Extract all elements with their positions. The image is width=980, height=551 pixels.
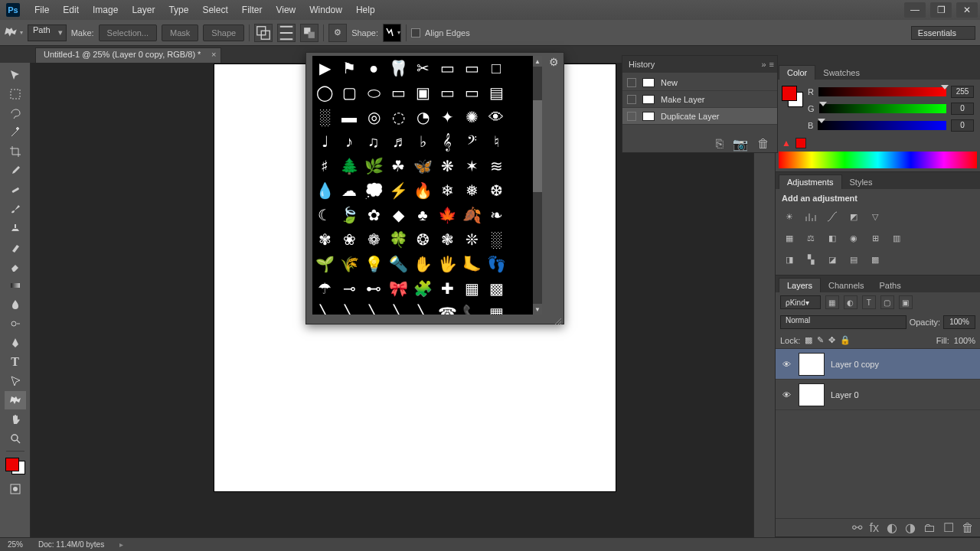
history-item[interactable]: Duplicate Layer xyxy=(622,108,777,125)
shape-thumbnail[interactable]: ◌ xyxy=(386,105,410,129)
shape-thumbnail[interactable]: ❀ xyxy=(337,227,361,252)
shape-thumbnail[interactable]: ⬭ xyxy=(361,80,386,105)
blend-mode-select[interactable]: Normal xyxy=(780,315,906,329)
history-item[interactable]: New xyxy=(622,74,777,91)
shape-thumbnail[interactable]: ✺ xyxy=(459,105,484,129)
shape-thumbnail[interactable]: ▭ xyxy=(435,80,459,105)
shape-thumbnail[interactable]: ☎ xyxy=(435,301,459,315)
filter-smart-icon[interactable]: ▣ xyxy=(899,295,913,309)
layer-row[interactable]: 👁Layer 0 xyxy=(776,380,980,410)
shape-thumbnail[interactable]: 💭 xyxy=(361,178,386,203)
tab-swatches[interactable]: Swatches xyxy=(815,66,867,80)
shape-thumbnail[interactable]: ⊷ xyxy=(361,276,386,301)
color-balance-icon[interactable]: ⚖ xyxy=(803,230,818,246)
path-selection-tool[interactable] xyxy=(5,372,26,390)
snapshot-icon[interactable]: 📷 xyxy=(733,137,748,152)
shape-thumbnail[interactable]: ♮ xyxy=(484,129,508,154)
shape-thumbnail[interactable]: ❂ xyxy=(410,227,435,252)
shape-thumbnail[interactable]: ❃ xyxy=(435,227,459,252)
align-edges-checkbox[interactable] xyxy=(411,28,420,37)
shape-thumbnail[interactable]: 🍀 xyxy=(386,227,410,252)
levels-icon[interactable] xyxy=(803,209,818,224)
shape-thumbnail[interactable]: ▶ xyxy=(312,56,337,80)
dodge-tool[interactable] xyxy=(5,315,26,333)
shape-thumbnail[interactable]: 𝄢 xyxy=(459,129,484,154)
delete-layer-icon[interactable]: 🗑 xyxy=(962,521,974,535)
tab-channels[interactable]: Channels xyxy=(821,279,871,292)
resize-handle-icon[interactable] xyxy=(554,315,562,322)
tab-adjustments[interactable]: Adjustments xyxy=(779,174,842,189)
shape-thumbnail[interactable]: ● xyxy=(361,56,386,80)
shape-thumbnail[interactable]: ▭ xyxy=(386,80,410,105)
shape-thumbnail[interactable]: ♪ xyxy=(337,129,361,154)
selective-color-icon[interactable]: ▩ xyxy=(867,252,883,267)
shape-thumbnail[interactable]: ◎ xyxy=(361,105,386,129)
b-slider[interactable] xyxy=(818,121,946,130)
tab-layers[interactable]: Layers xyxy=(779,278,821,292)
make-mask-button[interactable]: Mask xyxy=(162,24,198,41)
link-layers-icon[interactable]: ⚯ xyxy=(852,520,862,535)
shape-thumbnail[interactable]: ▬ xyxy=(337,105,361,129)
custom-shape-tool-icon[interactable]: ▾ xyxy=(5,24,23,42)
visibility-toggle-icon[interactable]: 👁 xyxy=(780,358,792,370)
hue-sat-icon[interactable]: ▦ xyxy=(782,230,797,246)
shape-thumbnail[interactable]: ❆ xyxy=(484,178,508,203)
shape-mode-select[interactable]: Path▾ xyxy=(28,24,67,41)
eraser-tool[interactable] xyxy=(5,257,26,276)
shape-thumbnail[interactable]: 🌱 xyxy=(312,252,337,276)
shape-thumbnail[interactable]: ≋ xyxy=(484,154,508,178)
shape-thumbnail[interactable]: ░ xyxy=(312,105,337,129)
shape-thumbnail[interactable]: 🦋 xyxy=(410,154,435,178)
menu-window[interactable]: Window xyxy=(302,5,349,15)
shape-thumbnail[interactable]: 🍃 xyxy=(337,203,361,227)
shape-thumbnail[interactable]: 👣 xyxy=(484,252,508,276)
marquee-tool[interactable] xyxy=(5,85,26,103)
shape-thumbnail[interactable]: ❁ xyxy=(361,227,386,252)
shape-thumbnail[interactable]: 👁 xyxy=(484,105,508,129)
shape-thumbnail[interactable]: ▣ xyxy=(410,80,435,105)
new-group-icon[interactable]: 🗀 xyxy=(923,521,936,535)
shape-thumbnail[interactable]: ✋ xyxy=(410,252,435,276)
posterize-icon[interactable]: ▚ xyxy=(803,252,818,267)
shape-thumbnail[interactable]: ❄ xyxy=(435,178,459,203)
opacity-field[interactable]: 100% xyxy=(943,315,975,329)
shape-thumbnail[interactable]: ▦ xyxy=(459,276,484,301)
shape-thumbnail[interactable]: ▭ xyxy=(459,56,484,80)
shape-thumbnail[interactable]: 📞 xyxy=(459,301,484,315)
shape-thumbnail[interactable]: ⚡ xyxy=(386,178,410,203)
zoom-tool[interactable] xyxy=(5,429,26,448)
make-shape-button[interactable]: Shape xyxy=(203,24,244,41)
shape-thumbnail[interactable]: ▦ xyxy=(484,301,508,315)
panel-menu-icon[interactable]: ≡ xyxy=(769,60,774,69)
quick-mask-toggle[interactable] xyxy=(5,480,26,498)
shape-thumbnail[interactable]: ▭ xyxy=(435,56,459,80)
history-item[interactable]: Make Layer xyxy=(622,91,777,108)
g-value[interactable]: 0 xyxy=(951,103,974,115)
menu-select[interactable]: Select xyxy=(195,5,234,15)
shape-thumbnail[interactable]: ╲ xyxy=(337,301,361,315)
shape-thumbnail[interactable]: 🌿 xyxy=(361,154,386,178)
curves-icon[interactable] xyxy=(825,209,840,224)
shape-thumbnail[interactable]: □ xyxy=(484,56,508,80)
shape-thumbnail[interactable]: ❊ xyxy=(459,227,484,252)
invert-icon[interactable]: ◨ xyxy=(782,252,797,267)
shape-picker-scrollbar[interactable]: ▲ ▼ xyxy=(533,56,542,315)
shape-thumbnail[interactable]: ✂ xyxy=(410,56,435,80)
brightness-contrast-icon[interactable]: ☀ xyxy=(782,209,797,224)
tab-color[interactable]: Color xyxy=(779,65,815,80)
photo-filter-icon[interactable]: ◉ xyxy=(846,230,861,246)
shape-thumbnail[interactable]: ☂ xyxy=(312,276,337,301)
shape-thumbnail[interactable]: 🦷 xyxy=(386,56,410,80)
tab-styles[interactable]: Styles xyxy=(842,175,880,189)
shape-thumbnail[interactable]: ⊸ xyxy=(337,276,361,301)
eyedropper-tool[interactable] xyxy=(5,161,26,180)
layer-row[interactable]: 👁Layer 0 copy xyxy=(776,349,980,380)
window-minimize[interactable]: — xyxy=(904,2,926,18)
menu-type[interactable]: Type xyxy=(162,5,195,15)
layer-mask-icon[interactable]: ◐ xyxy=(887,520,897,535)
path-alignment-icon[interactable] xyxy=(277,24,296,42)
menu-layer[interactable]: Layer xyxy=(125,5,162,15)
shape-thumbnail[interactable]: 💧 xyxy=(312,178,337,203)
threshold-icon[interactable]: ◪ xyxy=(825,252,840,267)
shape-thumbnail[interactable]: ▭ xyxy=(459,80,484,105)
